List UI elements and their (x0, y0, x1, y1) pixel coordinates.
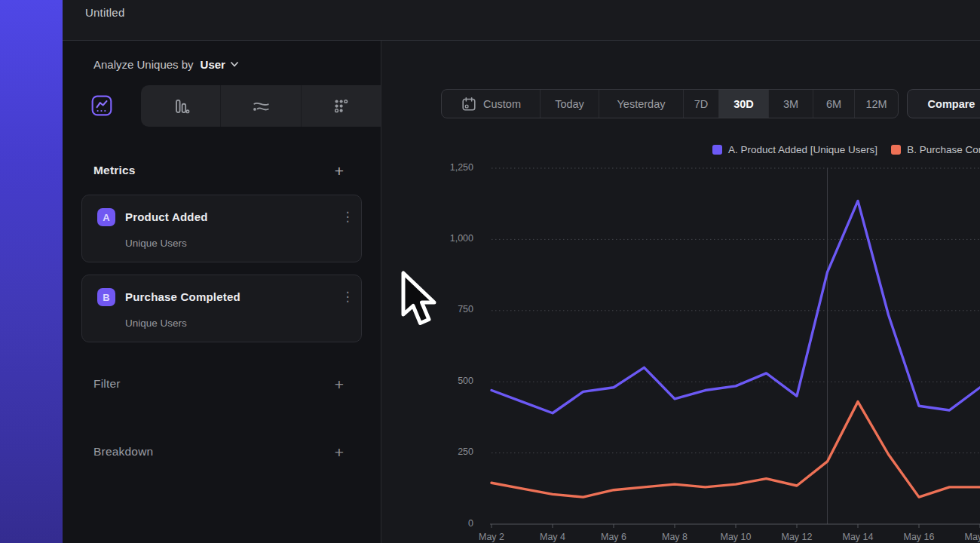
x-axis-tick: May 18 (950, 532, 980, 542)
line-chart-canvas[interactable] (381, 41, 980, 543)
chart-type-tabs (63, 85, 381, 127)
main-panel: Custom Today Yesterday 7D 30D 3M 6M 12M … (381, 41, 980, 543)
sidebar: Analyze Uniques by User (63, 41, 381, 543)
chevron-down-icon (230, 60, 239, 69)
y-axis-tick: 250 (419, 446, 473, 457)
filter-header: Filter (93, 377, 121, 391)
y-axis-tick: 1,250 (419, 162, 473, 173)
background-gradient-strip (0, 0, 63, 543)
breakdown-header: Breakdown (93, 445, 153, 459)
metric-card-product-added[interactable]: A Product Added ⋮ Unique Users (81, 195, 362, 262)
x-axis-tick: May 8 (645, 532, 705, 542)
analyze-by-value: User (201, 58, 225, 71)
metric-subtitle[interactable]: Unique Users (125, 318, 187, 329)
metrics-header: Metrics (93, 164, 136, 177)
x-axis-tick: May 12 (767, 532, 827, 542)
analyze-row: Analyze Uniques by User (93, 55, 239, 73)
y-axis-tick: 500 (419, 376, 473, 386)
metric-badge-b: B (97, 288, 115, 306)
add-breakdown-button[interactable]: + (330, 443, 348, 462)
series-line-a (492, 201, 980, 413)
metric-title: Product Added (125, 210, 208, 223)
inactive-tabs-block (141, 85, 381, 127)
analyze-by-dropdown[interactable]: User (201, 58, 239, 71)
series-line-b (492, 402, 980, 497)
chart-area: 0 250 500 750 1,000 1,250 May 2 May 4 Ma… (381, 41, 980, 543)
metric-title: Purchase Completed (125, 290, 240, 303)
x-axis-tick: May 2 (461, 532, 522, 542)
line-chart-icon (90, 94, 113, 117)
add-metric-button[interactable]: + (330, 162, 348, 180)
y-axis-tick: 0 (419, 518, 473, 529)
kebab-menu-icon[interactable]: ⋮ (338, 287, 357, 307)
x-axis-tick: May 6 (583, 532, 644, 542)
tab-flow[interactable] (220, 85, 300, 127)
y-axis-tick: 1,000 (419, 233, 473, 244)
add-filter-button[interactable]: + (330, 376, 348, 394)
bar-chart-icon (171, 97, 191, 116)
kebab-menu-icon[interactable]: ⋮ (338, 207, 357, 227)
topbar: Untitled (63, 0, 980, 41)
x-axis-tick: May 16 (889, 532, 949, 542)
grid-dots-icon (331, 97, 351, 116)
x-axis-tick: May 14 (828, 532, 888, 542)
analyze-label: Analyze Uniques by (93, 58, 194, 71)
y-axis-tick: 750 (419, 304, 473, 314)
tab-line-chart[interactable] (89, 93, 115, 118)
metric-badge-a: A (97, 208, 115, 226)
flow-icon (251, 97, 271, 116)
x-axis-tick: May 10 (706, 532, 766, 542)
app-screen: Untitled Analyze Uniques by User (0, 0, 980, 543)
metric-card-purchase-completed[interactable]: B Purchase Completed ⋮ Unique Users (81, 275, 362, 342)
tab-grid-dots[interactable] (301, 85, 381, 127)
metric-subtitle[interactable]: Unique Users (125, 238, 187, 249)
x-axis-tick: May 4 (522, 532, 583, 542)
tab-bar-chart[interactable] (141, 85, 220, 127)
report-title[interactable]: Untitled (85, 0, 124, 40)
